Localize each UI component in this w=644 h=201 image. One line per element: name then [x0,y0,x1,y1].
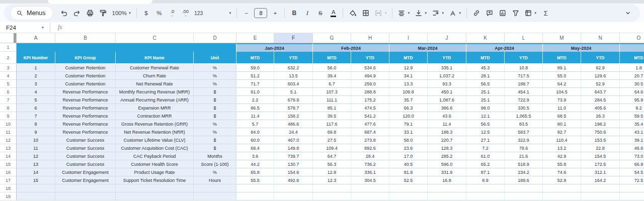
cell-N18[interactable] [581,184,620,192]
cell-C16[interactable]: Product Usage Rate [116,168,194,176]
cell-D11[interactable]: % [194,128,236,136]
cell-L9[interactable]: 1,065.5 [505,112,543,120]
cell-N8[interactable]: 405.6 [581,104,620,112]
horizontal-align-button[interactable]: ▼ [395,7,412,20]
month-band-Mar-2024[interactable]: Mar-2024 [389,43,466,52]
column-header-K[interactable]: K [466,33,505,43]
row-header-5[interactable]: 5 [0,80,17,88]
cell-F6[interactable]: 5.1 [274,88,313,96]
cell-D18[interactable] [194,184,236,192]
cell-H15[interactable]: 736.2 [351,160,389,168]
cell-F8[interactable]: 578.7 [274,104,313,112]
month-band-May-2024[interactable]: May-2024 [543,43,620,52]
cell-F19[interactable] [274,192,313,200]
cell-M9[interactable]: 68.5 [543,112,581,120]
name-box[interactable]: F24 ▼ [6,25,47,31]
decrease-decimals-button[interactable]: .0← [166,7,179,20]
cell-G19[interactable] [313,192,351,200]
row-header-13[interactable]: 13 [0,144,17,152]
cell-E15[interactable]: 44.2 [236,160,274,168]
column-header-O[interactable]: O [620,33,644,43]
column-header-A[interactable]: A [17,33,55,43]
cell-N16[interactable]: 312.1 [581,168,620,176]
cell-C8[interactable]: Expansion MRR [116,104,194,112]
cell-H10[interactable]: 477.6 [351,120,389,128]
cell-A7[interactable]: 5 [17,96,55,104]
cell-G18[interactable] [313,184,351,192]
cell-I8[interactable]: 66.3 [389,104,428,112]
cell-H5[interactable]: 259.0 [351,80,389,88]
row-header-16[interactable]: 16 [0,168,17,176]
cell-M5[interactable]: 64.2 [543,80,581,88]
cell-A11[interactable]: 9 [17,128,55,136]
functions-button[interactable]: Σ [539,7,552,20]
undo-button[interactable] [58,7,70,20]
cell-M3[interactable]: 89.1 [543,64,581,72]
cell-I12[interactable]: 58.0 [389,136,428,144]
cell-J18[interactable] [428,184,466,192]
cell-A5[interactable]: 3 [17,80,55,88]
cell-M13[interactable]: 13.2 [543,144,581,152]
cell-A16[interactable]: 14 [17,168,55,176]
cell-N14[interactable]: 154.5 [581,152,620,160]
cell-L16[interactable]: 234.2 [505,168,543,176]
cell-B14[interactable]: Customer Success [55,152,116,160]
row-header-10[interactable]: 10 [0,120,17,128]
redo-button[interactable] [71,7,84,20]
cell-K6[interactable]: 25.1 [466,88,505,96]
italic-button[interactable]: I [301,7,313,20]
cell-A14[interactable]: 12 [17,152,55,160]
bold-button[interactable]: B [288,7,300,20]
cell-F16[interactable]: 154.6 [274,168,313,176]
column-header-F[interactable]: F [274,33,313,43]
cell-E13[interactable]: 69.4 [236,144,274,152]
cell-M10[interactable]: 80.1 [543,120,581,128]
cell-J11[interactable]: 188.3 [428,128,466,136]
cell-I14[interactable]: 17.0 [389,152,428,160]
cell-K13[interactable]: 7.2 [466,144,505,152]
cell-N15[interactable]: 172.5 [581,160,620,168]
cell-F17[interactable]: 492.6 [274,176,313,184]
metric-header-mtd-0[interactable]: MTD [236,52,274,64]
cell-M16[interactable]: 74.6 [543,168,581,176]
row-header-19[interactable]: 19 [0,192,17,200]
cell-D7[interactable]: $ [194,96,236,104]
cell-M19[interactable] [543,192,581,200]
cell-A4[interactable]: 2 [17,72,55,80]
row-header-15[interactable]: 15 [0,160,17,168]
cell-L6[interactable]: 454.1 [505,88,543,96]
cell-L4[interactable]: 717.5 [505,72,543,80]
cell-G14[interactable]: 64.7 [313,152,351,160]
cell-I13[interactable]: 23.6 [389,144,428,152]
metric-header-mtd-2[interactable]: MTD [313,52,351,64]
cell-G10[interactable]: 117.6 [313,120,351,128]
cell-L15[interactable]: 518.9 [505,160,543,168]
cell-K12[interactable]: 27.1 [466,136,505,144]
cell-K4[interactable]: 28.1 [466,72,505,80]
cell-F7[interactable]: 679.9 [274,96,313,104]
cell-D10[interactable]: % [194,120,236,128]
cell-E5[interactable]: 71.7 [236,80,274,88]
cell-D12[interactable]: $ [194,136,236,144]
cell-E11[interactable]: 84.0 [236,128,274,136]
cell-O15[interactable]: 66.9 [620,160,644,168]
text-color-button[interactable]: A [327,7,340,20]
cell-C6[interactable]: Monthly Recurring Revenue (MRR) [116,88,194,96]
collapse-toolbar-button[interactable] [621,7,634,20]
cell-I5[interactable]: 13.3 [389,80,428,88]
cell-H6[interactable]: 288.8 [351,88,389,96]
cell-C11[interactable]: Net Revenue Retention (NRR) [116,128,194,136]
cell-I7[interactable]: 35.7 [389,96,428,104]
cell-D9[interactable]: $ [194,112,236,120]
cell-J3[interactable]: 335.1 [428,64,466,72]
cell-F18[interactable] [274,184,313,192]
cell-L17[interactable]: 189.6 [505,176,543,184]
cell-L19[interactable] [505,192,543,200]
cell-C12[interactable]: Customer Lifetime Value (CLV) [116,136,194,144]
cell-I15[interactable]: 40.5 [389,160,428,168]
menus-search-button[interactable]: Menus [10,6,53,20]
cell-J13[interactable]: 128.3 [428,144,466,152]
row-header-8[interactable]: 8 [0,104,17,112]
cell-E17[interactable]: 55.5 [236,176,274,184]
month-band-Feb-2024[interactable]: Feb-2024 [313,43,389,52]
